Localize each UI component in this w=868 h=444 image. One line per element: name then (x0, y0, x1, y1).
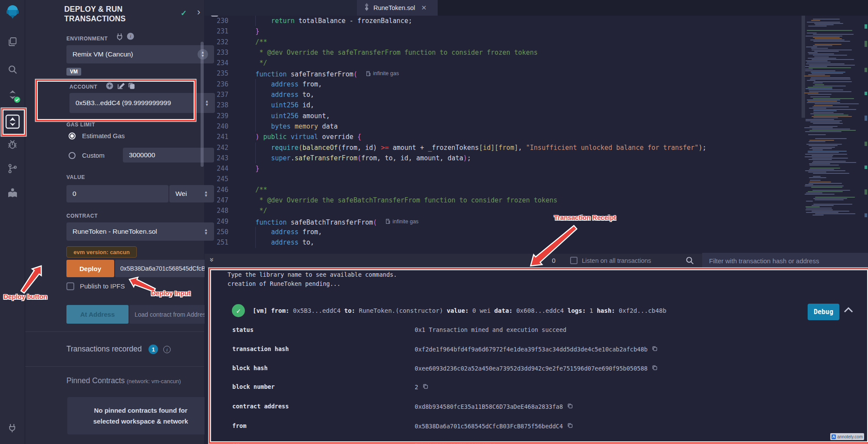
deploy-button[interactable]: Deploy (66, 260, 114, 277)
minimap-line (813, 37, 840, 38)
ruler-mark (865, 213, 867, 217)
minimap-line (807, 102, 840, 103)
minimap-line (814, 115, 848, 116)
minimap-line (809, 89, 843, 90)
file-explorer-icon[interactable] (0, 32, 25, 51)
minimap-line (805, 206, 820, 207)
transactions-count-badge: 1 (149, 345, 158, 354)
contract-select[interactable]: RuneToken - RuneToken.sol ▲▼ (66, 222, 214, 241)
copy-icon[interactable] (652, 345, 657, 353)
minimap-line (805, 154, 847, 155)
minimap-line (806, 192, 822, 193)
git-icon[interactable] (0, 159, 25, 178)
minimap-line (813, 86, 846, 86)
deploy-input[interactable]: 0x5B38Da6a701c568545dCfcB03FcB875f56bedd… (115, 260, 211, 277)
code-line: 250 address from, (205, 227, 802, 237)
panel-scrollbar[interactable] (201, 42, 204, 167)
remix-ide-window: DEPLOY & RUNTRANSACTIONS ✓ › ENVIRONMENT… (0, 0, 868, 444)
minimap-line (809, 108, 826, 109)
environment-select[interactable]: Remix VM (Cancun) ▲▼ (66, 45, 214, 63)
code-editor[interactable]: 230 return totalBalance - frozenBalance;… (205, 16, 802, 254)
edit-account-icon[interactable] (117, 82, 125, 91)
minimap-line (809, 165, 839, 166)
copy-icon[interactable] (567, 422, 573, 430)
copy-icon[interactable] (567, 403, 573, 410)
minimap-line (813, 198, 847, 199)
contract-label: CONTRACT (66, 213, 98, 219)
debugger-icon[interactable] (0, 135, 25, 154)
listen-all-checkbox[interactable] (570, 257, 578, 264)
at-address-input[interactable]: Load contract from Address (129, 305, 214, 324)
tab-runetoken[interactable]: RuneToken.sol ✕ (357, 0, 438, 16)
minimap-line (810, 79, 851, 80)
annotely-icon: A (832, 434, 836, 439)
tab-label: RuneToken.sol (373, 4, 415, 11)
search-icon[interactable] (0, 60, 25, 79)
search-icon[interactable] (686, 256, 694, 266)
minimap-line (809, 169, 834, 170)
custom-gas-radio[interactable] (69, 152, 76, 159)
deploy-run-icon[interactable] (0, 112, 25, 131)
transaction-summary[interactable]: [vm] from: 0x5B3...eddC4 to: RuneToken.(… (253, 307, 667, 314)
receipt-row-key: block hash (232, 364, 267, 371)
minimap-line (812, 158, 848, 159)
minimap-line (815, 84, 824, 85)
estimated-gas-radio[interactable] (69, 133, 76, 139)
minimap-line (813, 55, 847, 56)
transactions-info-icon[interactable]: i (163, 346, 171, 353)
minimap-line (813, 204, 852, 205)
receipt-row-key: status (232, 326, 254, 333)
environment-label: ENVIRONMENT (66, 36, 108, 42)
tabbar-empty (438, 0, 868, 16)
remix-logo[interactable] (0, 3, 25, 22)
terminal: Type the library name to see available c… (205, 268, 868, 444)
receipt-row-value: 0xee6093d236c02a52a450ea73952d3dd942c9e2… (415, 364, 657, 372)
account-select[interactable]: 0x5B3...eddC4 (99.9999999999 ▲▼ (69, 93, 215, 113)
minimap-line (815, 213, 855, 214)
copy-icon[interactable] (422, 383, 428, 391)
minimap-line (813, 173, 849, 174)
minimap-line (815, 38, 842, 39)
code-line: 241 ) public virtual override { (205, 132, 802, 142)
receipt-row-key: block number (232, 383, 275, 390)
minimap-line (808, 94, 832, 95)
collapse-receipt-icon[interactable] (844, 306, 853, 315)
publish-ipfs-checkbox[interactable] (66, 282, 74, 290)
code-line: 251 address to, (205, 237, 802, 248)
minimap-line (813, 34, 854, 35)
minimap-line (807, 33, 817, 33)
close-icon[interactable]: ✕ (421, 4, 427, 12)
debug-button[interactable]: Debug (808, 304, 839, 320)
ruler-mark (865, 68, 867, 72)
check-icon: ✓ (181, 9, 187, 18)
at-address-button[interactable]: At Address (66, 305, 129, 324)
copy-icon[interactable] (652, 364, 657, 372)
minimap-line (805, 156, 832, 157)
plug-icon[interactable] (0, 418, 25, 437)
minimap-line (811, 48, 828, 49)
transaction-count: 0 (552, 257, 555, 264)
chevron-right-icon[interactable]: › (197, 7, 200, 18)
minimap-line (807, 22, 840, 23)
plugin-book-icon[interactable] (0, 183, 25, 202)
minimap-line (808, 152, 839, 153)
value-input[interactable]: 0 (66, 185, 168, 202)
minimap-line (814, 81, 852, 82)
minimap-line (806, 212, 838, 213)
minimap-line (804, 93, 818, 93)
solidity-compiler-icon[interactable] (0, 85, 25, 104)
code-line: 243 super.safeTransferFrom(from, to, id,… (205, 153, 802, 163)
editor-minimap[interactable] (804, 16, 864, 243)
receipt-row-value: 0xd8b934580fcE35a11B58C6D73aDeE468a2833f… (415, 403, 573, 410)
minimap-line (805, 66, 827, 67)
minimap-line (812, 116, 852, 117)
filter-input[interactable]: Filter with transaction hash or address (702, 253, 868, 268)
environment-info-icon[interactable]: i (127, 33, 134, 42)
fork-icon[interactable] (116, 33, 123, 42)
add-account-icon[interactable] (106, 82, 113, 91)
expand-terminal-icon[interactable]: » (208, 258, 216, 262)
copy-account-icon[interactable] (128, 82, 135, 91)
receipt-row-value: 0x5B38Da6a701c568545dCfcB03FcB875f56bedd… (415, 422, 573, 430)
annotation-label-deploy-input: Deploy Input (151, 289, 191, 297)
minimap-line (813, 45, 832, 46)
